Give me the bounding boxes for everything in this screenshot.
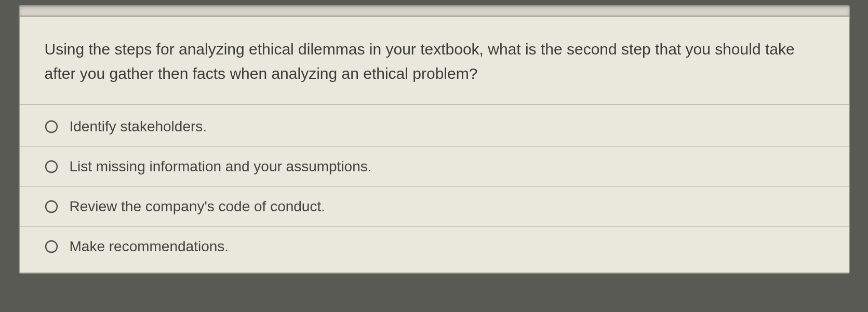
option-label: Review the company's code of conduct. <box>70 198 326 215</box>
radio-unchecked-icon <box>45 120 58 133</box>
svg-point-3 <box>46 241 57 252</box>
option-label: Identify stakeholders. <box>70 118 207 135</box>
option-row-4[interactable]: Make recommendations. <box>20 227 849 273</box>
svg-point-1 <box>46 161 57 172</box>
question-card: Using the steps for analyzing ethical di… <box>19 5 850 274</box>
option-row-2[interactable]: List missing information and your assump… <box>20 147 849 187</box>
svg-point-2 <box>46 201 57 212</box>
radio-unchecked-icon <box>45 160 58 173</box>
option-row-3[interactable]: Review the company's code of conduct. <box>20 187 849 227</box>
question-prompt: Using the steps for analyzing ethical di… <box>20 17 849 105</box>
question-body: Using the steps for analyzing ethical di… <box>20 17 849 273</box>
option-row-1[interactable]: Identify stakeholders. <box>20 105 849 147</box>
card-top-bar <box>20 6 849 17</box>
radio-unchecked-icon <box>45 240 58 253</box>
options-list: Identify stakeholders. List missing info… <box>20 105 849 273</box>
radio-unchecked-icon <box>45 200 58 213</box>
svg-point-0 <box>46 121 57 132</box>
option-label: Make recommendations. <box>70 238 229 255</box>
option-label: List missing information and your assump… <box>70 158 372 175</box>
